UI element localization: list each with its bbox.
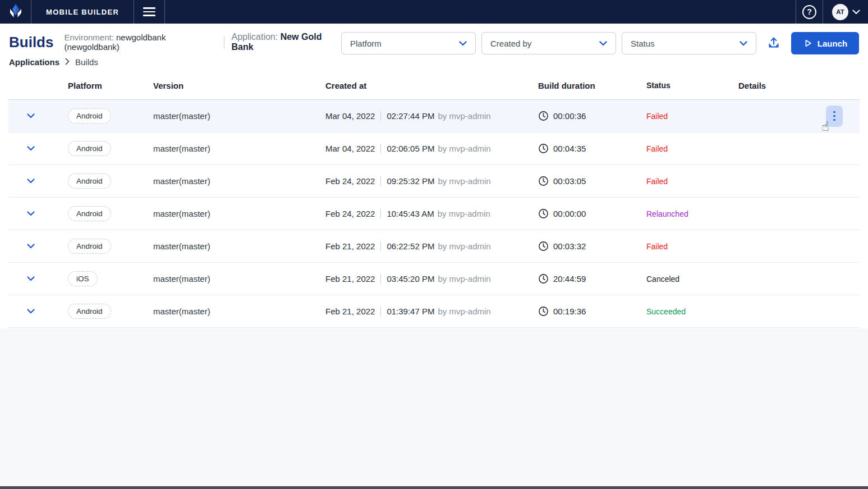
column-header-status: Status [642, 81, 738, 90]
clock-icon [538, 273, 549, 284]
platform-badge: Android [68, 141, 111, 156]
chevron-down-icon [740, 41, 747, 46]
status-badge: Relaunched [646, 209, 688, 218]
created-date: Feb 21, 2022 [325, 274, 375, 284]
table-row: Android master(master) Feb 24, 2022 09:2… [8, 165, 860, 198]
created-date: Feb 21, 2022 [325, 307, 375, 316]
clock-icon [538, 208, 549, 219]
status-badge: Failed [646, 112, 668, 121]
table-row: Android master(master) Feb 21, 2022 01:3… [8, 295, 860, 328]
version-text: master(master) [153, 144, 325, 153]
date-time-divider [380, 111, 381, 121]
created-at-cell: Mar 04, 2022 02:27:44 PM by mvp-admin [325, 111, 538, 121]
app-logo[interactable] [0, 0, 31, 24]
row-actions-kebab-button[interactable] [826, 106, 843, 127]
version-text: master(master) [153, 307, 325, 316]
column-header-build-duration: Build duration [538, 81, 642, 90]
avatar: AT [832, 4, 848, 20]
date-time-divider [380, 144, 381, 153]
logo-icon [8, 3, 24, 21]
duration-text: 00:19:36 [553, 307, 586, 316]
table-row: Android master(master) Mar 04, 2022 02:0… [8, 132, 860, 165]
date-time-divider [380, 274, 381, 284]
chevron-down-icon [27, 179, 35, 184]
version-text: master(master) [153, 274, 325, 284]
platform-filter-dropdown[interactable]: Platform [341, 32, 476, 54]
chevron-down-icon [27, 113, 35, 118]
page-title: Builds [9, 35, 53, 49]
duration-text: 00:00:00 [553, 209, 586, 218]
expand-row-button[interactable] [26, 243, 36, 250]
navbar-spacer [165, 0, 796, 24]
created-by-text: by mvp-admin [438, 209, 490, 218]
column-header-version: Version [153, 81, 325, 90]
play-icon [803, 38, 813, 48]
expand-row-button[interactable] [26, 177, 36, 185]
expand-row-button[interactable] [26, 145, 36, 152]
created-at-cell: Feb 21, 2022 06:22:52 PM by mvp-admin [325, 241, 538, 251]
menu-button[interactable] [134, 0, 165, 24]
chevron-down-icon [27, 276, 35, 281]
created-at-cell: Feb 24, 2022 09:25:32 PM by mvp-admin [325, 176, 538, 186]
table-row: Android master(master) Feb 21, 2022 06:2… [8, 230, 860, 263]
created-date: Feb 24, 2022 [325, 176, 375, 186]
version-text: master(master) [153, 111, 325, 121]
version-text: master(master) [153, 209, 325, 218]
created-by-filter-dropdown[interactable]: Created by [481, 32, 616, 54]
status-filter-label: Status [631, 39, 655, 48]
date-time-divider [380, 176, 381, 186]
status-badge: Succeeded [646, 307, 686, 316]
created-time: 06:22:52 PM [387, 241, 434, 251]
created-time: 10:45:43 AM [387, 209, 434, 218]
expand-row-button[interactable] [26, 210, 36, 217]
table-header-row: Platform Version Created at Build durati… [8, 71, 860, 100]
duration-text: 00:03:05 [553, 176, 586, 186]
chevron-down-icon [27, 244, 35, 249]
expand-row-button[interactable] [26, 112, 36, 120]
user-menu[interactable]: AT [823, 0, 868, 24]
created-date: Feb 21, 2022 [325, 241, 375, 251]
breadcrumb: Applications Builds [9, 57, 341, 67]
upload-button[interactable] [763, 33, 784, 54]
launch-button[interactable]: Launch [791, 32, 859, 54]
help-icon: ? [802, 5, 816, 19]
platform-badge: Android [68, 173, 111, 189]
clock-icon [538, 306, 549, 317]
expand-row-button[interactable] [26, 275, 36, 282]
chevron-down-icon [27, 309, 35, 314]
created-time: 01:39:47 PM [387, 307, 434, 316]
status-filter-dropdown[interactable]: Status [622, 32, 756, 54]
created-date: Feb 24, 2022 [325, 209, 375, 218]
version-text: master(master) [153, 241, 325, 251]
date-time-divider [380, 241, 381, 251]
created-date: Mar 04, 2022 [325, 111, 375, 121]
chevron-down-icon [27, 146, 35, 151]
table-row: iOS master(master) Feb 21, 2022 03:45:20… [8, 263, 860, 295]
help-button[interactable]: ? [796, 0, 823, 24]
created-time: 02:27:44 PM [387, 111, 434, 121]
table-row: Android master(master) Feb 24, 2022 10:4… [8, 198, 860, 230]
clock-icon [538, 111, 549, 121]
table-body: Android master(master) Mar 04, 2022 02:2… [8, 100, 860, 328]
status-badge: Failed [646, 242, 668, 251]
build-duration-cell: 00:00:00 [538, 208, 642, 219]
bottom-scrollbar[interactable] [0, 486, 868, 489]
created-at-cell: Feb 24, 2022 10:45:43 AM by mvp-admin [325, 209, 538, 218]
chevron-down-icon [27, 211, 35, 216]
build-duration-cell: 00:03:05 [538, 176, 642, 186]
brand-title-area: MOBILE BUILDER [31, 0, 134, 24]
platform-badge: Android [68, 304, 111, 319]
platform-filter-label: Platform [350, 39, 382, 48]
build-duration-cell: 00:03:32 [538, 241, 642, 252]
created-at-cell: Mar 04, 2022 02:06:05 PM by mvp-admin [325, 144, 538, 153]
created-at-cell: Feb 21, 2022 01:39:47 PM by mvp-admin [325, 307, 538, 316]
launch-label: Launch [818, 39, 847, 48]
version-text: master(master) [153, 176, 325, 186]
platform-badge: iOS [68, 271, 98, 286]
expand-row-button[interactable] [26, 308, 36, 315]
breadcrumb-applications[interactable]: Applications [9, 57, 59, 67]
status-badge: Failed [646, 177, 668, 186]
brand-title: MOBILE BUILDER [46, 8, 119, 16]
duration-text: 20:44:59 [553, 274, 586, 284]
status-badge: Failed [646, 144, 668, 153]
